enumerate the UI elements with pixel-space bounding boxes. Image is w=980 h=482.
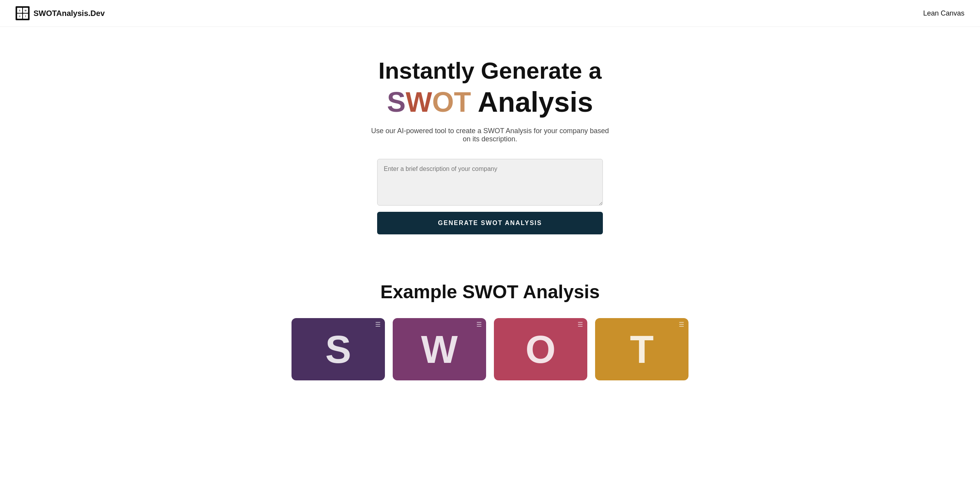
hero-title-line2: SWOT Analysis: [387, 87, 593, 118]
generate-swot-button[interactable]: GENERATE SWOT ANALYSIS: [377, 212, 603, 234]
company-description-input[interactable]: [377, 159, 603, 206]
input-form: GENERATE SWOT ANALYSIS: [377, 159, 603, 234]
swot-cards-container: S W O T: [16, 318, 964, 380]
scroll-indicator-w: [476, 322, 482, 330]
swot-card-w-letter: W: [421, 330, 458, 369]
scroll-indicator-t: [678, 322, 685, 330]
swot-card-o[interactable]: O: [494, 318, 587, 380]
swot-card-s-letter: S: [325, 330, 351, 369]
swot-card-t[interactable]: T: [595, 318, 688, 380]
logo-cell-s: S: [17, 8, 22, 13]
hero-section: Instantly Generate a SWOT Analysis Use o…: [0, 27, 980, 258]
logo-text: SWOTAnalysis.Dev: [33, 9, 105, 18]
scroll-indicator-o: [577, 322, 583, 330]
lean-canvas-link[interactable]: Lean Canvas: [923, 9, 964, 18]
logo-cell-o: O: [17, 14, 22, 19]
swot-o-letter: O: [432, 86, 454, 118]
logo-cell-w: W: [23, 8, 28, 13]
example-section-title: Example SWOT Analysis: [16, 281, 964, 303]
logo-cell-t: T: [23, 14, 28, 19]
swot-s-letter: S: [387, 86, 406, 118]
logo-area: S W O T SWOTAnalysis.Dev: [16, 6, 105, 20]
swot-card-s[interactable]: S: [292, 318, 385, 380]
hero-subtitle: Use our AI-powered tool to create a SWOT…: [369, 127, 611, 143]
swot-card-w[interactable]: W: [393, 318, 486, 380]
analysis-label: Analysis: [471, 86, 593, 118]
swot-t-letter: T: [454, 86, 471, 118]
logo-icon: S W O T: [16, 6, 30, 20]
scroll-indicator-s: [375, 322, 381, 330]
example-section: Example SWOT Analysis S W O T: [0, 258, 980, 388]
swot-card-o-letter: O: [525, 330, 556, 369]
swot-w-letter: W: [406, 86, 432, 118]
swot-card-t-letter: T: [630, 330, 653, 369]
header: S W O T SWOTAnalysis.Dev Lean Canvas: [0, 0, 980, 27]
hero-title-line1: Instantly Generate a: [378, 58, 602, 84]
